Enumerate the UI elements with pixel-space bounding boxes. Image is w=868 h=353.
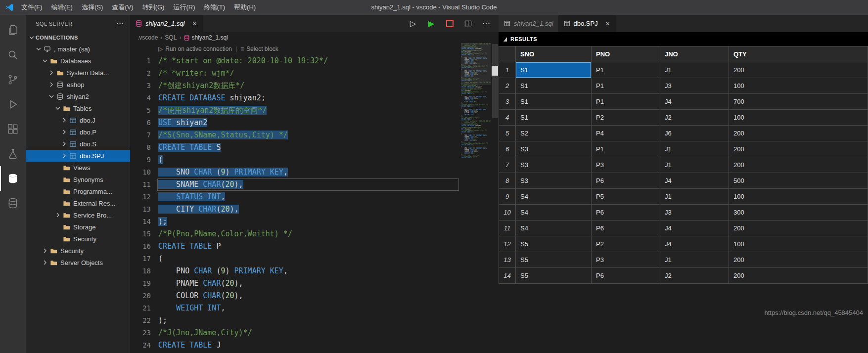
column-header-qty[interactable]: QTY <box>729 46 868 62</box>
menu-s[interactable]: 选择(S) <box>77 0 107 15</box>
column-header-pno[interactable]: PNO <box>592 46 660 62</box>
tree-item-programma[interactable]: Programma... <box>26 185 130 197</box>
scrollbar-thumb[interactable] <box>492 44 498 118</box>
menu-t[interactable]: 终端(T) <box>199 0 229 15</box>
tree-item-service-bro[interactable]: Service Bro... <box>26 209 130 221</box>
tree-item-server-objects[interactable]: Server Objects <box>26 257 130 268</box>
breadcrumb-vscode[interactable]: .vscode <box>137 34 158 41</box>
grid-cell[interactable]: J2 <box>660 110 729 126</box>
row-number-cell[interactable]: 9 <box>499 189 516 205</box>
cancel-query-icon[interactable] <box>445 19 454 28</box>
grid-cell[interactable]: P6 <box>592 268 660 284</box>
code-line-8[interactable]: 8CREATE TABLE S <box>130 141 499 154</box>
tree-item-tables[interactable]: Tables <box>26 102 130 114</box>
tab-shiyan2-1-sql[interactable]: shiyan2_1.sql × <box>130 15 203 32</box>
column-header-sno[interactable]: SNO <box>516 46 592 62</box>
grid-cell[interactable]: S1 <box>516 110 592 126</box>
split-editor-icon[interactable] <box>463 19 472 28</box>
tree-item-master-sa[interactable]: , master (sa) <box>26 43 130 55</box>
grid-cell[interactable]: S5 <box>516 236 592 252</box>
code-line-13[interactable]: 13 CITY CHAR(20), <box>130 203 499 216</box>
tab-shiyan2-1-sql[interactable]: shiyan2_1.sql <box>499 15 558 32</box>
code-line-6[interactable]: 6USE shiyan2 <box>130 117 499 129</box>
row-number-cell[interactable]: 6 <box>499 141 516 157</box>
grid-cell[interactable]: S1 <box>516 78 592 94</box>
code-line-9[interactable]: 9( <box>130 154 499 166</box>
chevron-down-icon[interactable] <box>54 104 62 112</box>
chevron-right-icon[interactable] <box>47 81 55 88</box>
row-number-cell[interactable]: 13 <box>499 252 516 268</box>
grid-cell[interactable]: J1 <box>660 157 729 173</box>
grid-cell[interactable]: 500 <box>729 173 868 189</box>
more-actions-icon[interactable]: ⋯ <box>482 19 491 28</box>
column-header-jno[interactable]: JNO <box>660 46 729 62</box>
chevron-right-icon[interactable] <box>41 259 49 266</box>
grid-cell[interactable]: 200 <box>729 268 868 284</box>
grid-cell[interactable]: J3 <box>660 205 729 221</box>
chevron-down-icon[interactable] <box>47 92 55 100</box>
code-line-21[interactable]: 21 WEIGHT INT, <box>130 302 499 314</box>
tree-item-dbo-p[interactable]: dbo.P <box>26 126 130 138</box>
tree-item-system-data[interactable]: System Data... <box>26 67 130 79</box>
grid-cell[interactable]: J1 <box>660 141 729 157</box>
grid-cell[interactable]: P1 <box>592 62 660 78</box>
grid-cell[interactable]: J4 <box>660 94 729 110</box>
grid-cell[interactable]: P1 <box>592 78 660 94</box>
connections-section-header[interactable]: CONNECTIONS <box>26 32 130 43</box>
grid-cell[interactable]: 200 <box>729 221 868 236</box>
row-number-cell[interactable]: 7 <box>499 157 516 173</box>
menu-g[interactable]: 转到(G) <box>138 0 169 15</box>
more-actions-icon[interactable]: ⋯ <box>116 19 125 28</box>
tree-item-shiyan2[interactable]: shiyan2 <box>26 90 130 102</box>
tree-item-dbo-spj[interactable]: dbo.SPJ <box>26 150 130 162</box>
tree-item-dbo-s[interactable]: dbo.S <box>26 138 130 150</box>
tree-item-dbo-j[interactable]: dbo.J <box>26 114 130 126</box>
chevron-right-icon[interactable] <box>60 152 68 160</box>
code-editor[interactable]: ▷Run on active connection|≡Select block … <box>130 43 499 353</box>
grid-cell[interactable]: S3 <box>516 141 592 157</box>
source-control-icon[interactable] <box>0 67 26 92</box>
code-line-12[interactable]: 12 STATUS INT, <box>130 191 499 203</box>
grid-cell[interactable]: J6 <box>660 126 729 141</box>
menu-r[interactable]: 运行(R) <box>169 0 199 15</box>
row-number-cell[interactable]: 12 <box>499 236 516 252</box>
test-flask-icon[interactable] <box>0 141 26 166</box>
chevron-down-icon[interactable] <box>41 57 49 65</box>
grid-cell[interactable]: 100 <box>729 110 868 126</box>
code-line-20[interactable]: 20 COLOR CHAR(20), <box>130 290 499 302</box>
tree-item-security[interactable]: Security <box>26 245 130 257</box>
row-number-cell[interactable]: 1 <box>499 62 516 78</box>
tree-item-security[interactable]: Security <box>26 233 130 245</box>
explorer-icon[interactable] <box>0 18 26 43</box>
codelens-run-link[interactable]: Run on active connection <box>165 45 232 52</box>
minimap-slider[interactable] <box>461 43 491 85</box>
row-number-cell[interactable]: 14 <box>499 268 516 284</box>
chevron-right-icon[interactable] <box>60 116 68 124</box>
row-number-cell[interactable]: 10 <box>499 205 516 221</box>
code-line-17[interactable]: 17( <box>130 253 499 265</box>
grid-cell[interactable]: S1 <box>516 94 592 110</box>
grid-cell[interactable]: J4 <box>660 236 729 252</box>
grid-cell[interactable]: 300 <box>729 205 868 221</box>
menu-v[interactable]: 查看(V) <box>107 0 137 15</box>
code-line-3[interactable]: 3/*创建shiyan2数据库*/ <box>130 80 499 92</box>
row-number-cell[interactable]: 4 <box>499 110 516 126</box>
row-number-cell[interactable]: 8 <box>499 173 516 189</box>
chevron-right-icon[interactable] <box>54 211 62 219</box>
menu-e[interactable]: 编辑(E) <box>47 0 77 15</box>
grid-cell[interactable]: 100 <box>729 189 868 205</box>
row-number-cell[interactable]: 3 <box>499 94 516 110</box>
grid-cell[interactable]: 100 <box>729 78 868 94</box>
grid-cell[interactable]: J1 <box>660 62 729 78</box>
grid-cell[interactable]: P6 <box>592 221 660 236</box>
grid-cell[interactable]: P1 <box>592 141 660 157</box>
run-active-icon[interactable]: ▶ <box>427 19 436 28</box>
grid-cell[interactable]: P6 <box>592 205 660 221</box>
sql-server-icon[interactable] <box>0 166 26 191</box>
code-line-24[interactable]: 24CREATE TABLE J <box>130 339 499 352</box>
code-line-1[interactable]: 1/* *start on @date: 2020-10-10 19:32*/ <box>130 55 499 67</box>
grid-cell[interactable]: 200 <box>729 62 868 78</box>
chevron-down-icon[interactable] <box>35 45 43 53</box>
grid-cell[interactable]: S4 <box>516 189 592 205</box>
tree-item-eshop[interactable]: eshop <box>26 79 130 90</box>
